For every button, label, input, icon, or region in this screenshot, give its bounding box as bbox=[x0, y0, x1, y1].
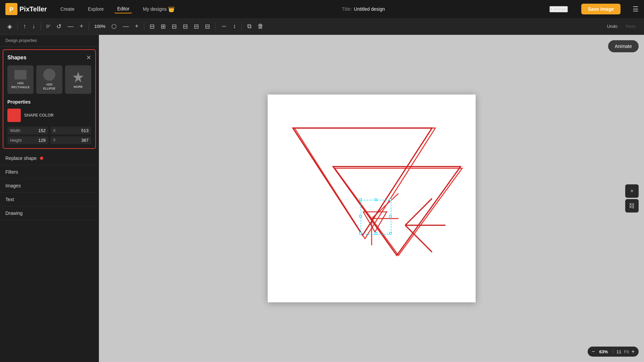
top-nav: P PixTeller Create Explore Editor My des… bbox=[0, 0, 644, 18]
layers-button[interactable]: ◈ bbox=[5, 21, 14, 32]
y-field: Y bbox=[50, 136, 91, 144]
add-ellipse-button[interactable]: ADDELLIPSE bbox=[36, 65, 62, 94]
svg-marker-7 bbox=[333, 167, 461, 255]
height-label: Height bbox=[10, 138, 22, 143]
properties-title: Properties bbox=[7, 99, 91, 105]
zoom-separator: | bbox=[612, 349, 614, 355]
nav-mydesigns[interactable]: My designs 👑 bbox=[140, 5, 177, 14]
zoom-number: 11 bbox=[616, 349, 621, 354]
close-shapes-button[interactable]: ✕ bbox=[86, 54, 91, 61]
crown-icon: 👑 bbox=[168, 6, 175, 12]
align-left[interactable]: ⊟ bbox=[148, 21, 157, 32]
more-shapes-icon bbox=[72, 71, 84, 83]
nav-create[interactable]: Create bbox=[58, 5, 77, 13]
filters-label: Filters bbox=[5, 169, 18, 175]
sidebar: Design properties Shapes ✕ ADDRECTANGLE … bbox=[0, 35, 99, 362]
text-section[interactable]: Text bbox=[0, 193, 99, 206]
nav-explore[interactable]: Explore bbox=[85, 5, 106, 13]
replace-shape-section[interactable]: Replace shape bbox=[0, 152, 99, 165]
drawing-section[interactable]: Drawing bbox=[0, 206, 99, 220]
canvas-white bbox=[268, 95, 476, 302]
zoom-plus-toolbar[interactable]: + bbox=[133, 21, 141, 31]
svg-rect-12 bbox=[361, 200, 391, 234]
nav-mydesigns-label: My designs bbox=[143, 6, 167, 12]
separator-1 bbox=[17, 22, 18, 31]
x-label: X bbox=[53, 128, 62, 133]
title-area: Title: Untitled design bbox=[185, 6, 541, 12]
shapes-header: Shapes ✕ bbox=[7, 54, 91, 61]
logo[interactable]: P PixTeller bbox=[5, 3, 47, 15]
height-field: Height bbox=[7, 136, 48, 144]
separator-6 bbox=[241, 22, 242, 31]
separator-4 bbox=[144, 22, 144, 31]
right-panel-link-button[interactable]: ⛓ bbox=[625, 199, 639, 213]
redo-button[interactable]: Redo bbox=[623, 22, 639, 30]
shape-color-label[interactable]: SHAPE COLOR bbox=[24, 113, 54, 118]
height-input[interactable] bbox=[24, 138, 46, 143]
flip-h-button[interactable]: ↔ bbox=[219, 21, 229, 31]
svg-rect-15 bbox=[389, 199, 391, 201]
private-button[interactable]: ▾ Private bbox=[549, 6, 568, 12]
images-section[interactable]: Images bbox=[0, 179, 99, 193]
title-value[interactable]: Untitled design bbox=[354, 6, 385, 12]
svg-rect-17 bbox=[389, 215, 391, 217]
hamburger-icon[interactable]: ☰ bbox=[633, 5, 639, 13]
logo-icon: P bbox=[5, 3, 17, 15]
duplicate-button[interactable]: ⧉ bbox=[245, 21, 254, 31]
nav-editor[interactable]: Editor bbox=[114, 5, 132, 13]
filters-section[interactable]: Filters bbox=[0, 165, 99, 179]
logo-text: PixTeller bbox=[19, 5, 47, 13]
rotate-plus-button[interactable]: + bbox=[77, 21, 85, 31]
canvas-area[interactable]: Animate bbox=[99, 35, 644, 362]
zoom-fit-button[interactable]: Fit bbox=[624, 349, 629, 354]
replace-shape-label: Replace shape bbox=[5, 156, 43, 161]
move-up-button[interactable]: ↑ bbox=[21, 21, 28, 31]
shapes-title: Shapes bbox=[7, 55, 26, 61]
text-label: Text bbox=[5, 197, 14, 202]
add-ellipse-label: ADDELLIPSE bbox=[43, 83, 56, 90]
delete-button[interactable]: 🗑 bbox=[256, 21, 266, 31]
svg-rect-18 bbox=[360, 232, 362, 234]
ellipse-icon bbox=[43, 69, 55, 81]
move-down-button[interactable]: ↓ bbox=[30, 21, 37, 31]
x-field: X bbox=[50, 127, 91, 134]
undo-button[interactable]: Undo bbox=[604, 22, 620, 30]
animate-button[interactable]: Animate bbox=[608, 40, 639, 52]
zoom-minus-button[interactable]: − bbox=[592, 349, 595, 355]
align-center-v[interactable]: ⊟ bbox=[192, 21, 201, 32]
flip-v-button[interactable]: ↕ bbox=[231, 21, 238, 31]
rectangle-icon bbox=[14, 70, 26, 79]
rotate-reset-button[interactable]: ↺ bbox=[54, 21, 63, 32]
zoom-percent: 63% bbox=[598, 349, 610, 354]
zoom-fill-button[interactable]: ⬡ bbox=[109, 21, 119, 32]
add-more-button[interactable]: MORE bbox=[65, 65, 91, 94]
svg-rect-14 bbox=[375, 199, 377, 201]
width-field: Width bbox=[7, 127, 48, 134]
zoom-display: 100% bbox=[92, 22, 107, 30]
x-input[interactable] bbox=[64, 128, 89, 133]
width-label: Width bbox=[10, 128, 20, 133]
y-input[interactable] bbox=[64, 138, 89, 143]
zoom-minus-toolbar[interactable]: — bbox=[121, 21, 131, 31]
svg-rect-16 bbox=[360, 215, 362, 217]
y-label: Y bbox=[53, 138, 62, 143]
separator-3 bbox=[89, 22, 89, 31]
align-center-h[interactable]: ⊞ bbox=[159, 21, 168, 32]
add-rectangle-label: ADDRECTANGLE bbox=[11, 81, 30, 89]
zoom-plus-button[interactable]: + bbox=[632, 349, 635, 355]
svg-rect-20 bbox=[389, 232, 391, 234]
rotate-input[interactable]: 0° bbox=[44, 22, 52, 30]
replace-dot bbox=[40, 157, 43, 160]
rotate-minus-button[interactable]: — bbox=[65, 21, 75, 31]
width-input[interactable] bbox=[22, 128, 46, 133]
align-bottom[interactable]: ⊟ bbox=[203, 21, 212, 32]
right-panel-add-button[interactable]: + bbox=[625, 184, 639, 198]
add-more-label: MORE bbox=[74, 85, 83, 88]
shape-color-swatch[interactable] bbox=[7, 109, 21, 122]
save-button[interactable]: Save image bbox=[581, 4, 621, 14]
svg-rect-13 bbox=[360, 199, 362, 201]
align-top[interactable]: ⊟ bbox=[181, 21, 190, 32]
align-right[interactable]: ⊟ bbox=[170, 21, 179, 32]
add-rectangle-button[interactable]: ADDRECTANGLE bbox=[7, 65, 34, 94]
separator-2 bbox=[41, 22, 41, 31]
